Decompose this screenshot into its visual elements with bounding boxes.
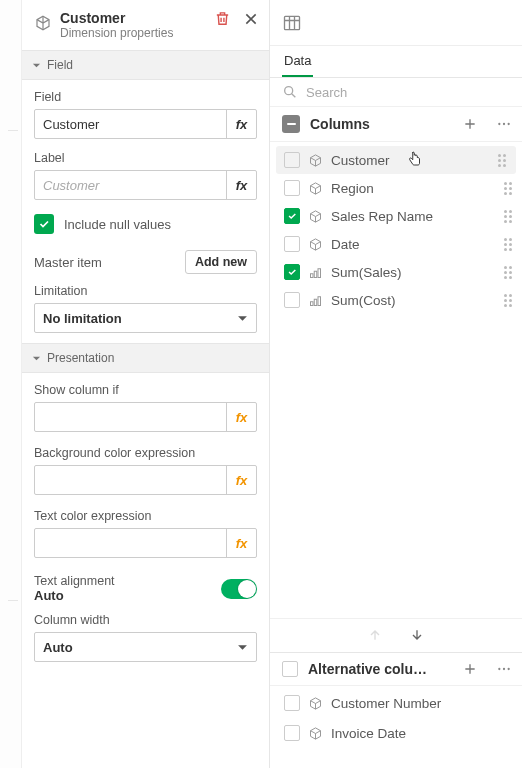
pointer-cursor-icon bbox=[406, 149, 424, 172]
collapse-icon[interactable] bbox=[282, 115, 300, 133]
columns-menu-button[interactable] bbox=[496, 116, 512, 132]
column-checkbox[interactable] bbox=[284, 180, 300, 196]
field-fx-button[interactable]: fx bbox=[226, 110, 256, 138]
col-width-select[interactable]: Auto bbox=[34, 632, 257, 662]
master-item-label: Master item bbox=[34, 255, 102, 270]
close-button[interactable] bbox=[243, 11, 259, 27]
alt-column-item[interactable]: Invoice Date bbox=[270, 718, 522, 748]
drag-handle-icon[interactable] bbox=[504, 266, 512, 279]
search-input[interactable] bbox=[306, 85, 510, 100]
show-column-if-fx[interactable]: fx bbox=[226, 403, 256, 431]
drag-handle-icon[interactable] bbox=[504, 210, 512, 223]
column-checkbox[interactable] bbox=[284, 292, 300, 308]
add-column-button[interactable] bbox=[462, 116, 478, 132]
svg-point-12 bbox=[503, 668, 505, 670]
move-down-button[interactable] bbox=[409, 627, 425, 646]
column-label: Sum(Cost) bbox=[331, 293, 496, 308]
column-item[interactable]: Customer bbox=[276, 146, 516, 174]
column-label: Date bbox=[331, 237, 496, 252]
alt-column-item[interactable]: Customer Number bbox=[270, 688, 522, 718]
column-item[interactable]: Sum(Sales) bbox=[270, 258, 522, 286]
column-item[interactable]: Date bbox=[270, 230, 522, 258]
left-gutter bbox=[0, 0, 22, 768]
drag-handle-icon[interactable] bbox=[504, 238, 512, 251]
text-align-value: Auto bbox=[34, 588, 115, 603]
text-align-toggle[interactable] bbox=[221, 579, 257, 599]
column-checkbox[interactable] bbox=[284, 264, 300, 280]
search-icon bbox=[282, 84, 298, 100]
drag-handle-icon[interactable] bbox=[498, 154, 506, 167]
delete-button[interactable] bbox=[214, 10, 231, 27]
text-expr-label: Text color expression bbox=[34, 509, 257, 523]
label-label: Label bbox=[34, 151, 257, 165]
dimension-icon bbox=[308, 181, 323, 196]
bg-expr-input[interactable] bbox=[35, 466, 226, 494]
bg-expr-fx[interactable]: fx bbox=[226, 466, 256, 494]
label-input[interactable] bbox=[35, 171, 226, 199]
field-label: Field bbox=[34, 90, 257, 104]
include-nulls-checkbox[interactable] bbox=[34, 214, 54, 234]
alt-column-label: Customer Number bbox=[331, 696, 514, 711]
text-expr-input[interactable] bbox=[35, 529, 226, 557]
section-field-label: Field bbox=[47, 58, 73, 72]
label-fx-button[interactable]: fx bbox=[226, 171, 256, 199]
svg-rect-10 bbox=[318, 296, 321, 305]
column-checkbox[interactable] bbox=[284, 152, 300, 168]
dimension-icon bbox=[308, 209, 323, 224]
alt-column-label: Invoice Date bbox=[331, 726, 514, 741]
column-checkbox[interactable] bbox=[284, 236, 300, 252]
svg-rect-8 bbox=[311, 301, 314, 305]
text-expr-fx[interactable]: fx bbox=[226, 529, 256, 557]
dimension-icon bbox=[308, 726, 323, 741]
data-panel: Data Columns CustomerRegionSales Rep Nam… bbox=[270, 0, 522, 768]
alt-columns-title: Alternative colu… bbox=[308, 661, 452, 677]
panel-subtitle: Dimension properties bbox=[60, 26, 206, 40]
measure-icon bbox=[308, 293, 323, 308]
alt-columns-menu-button[interactable] bbox=[496, 661, 512, 677]
add-alt-column-button[interactable] bbox=[462, 661, 478, 677]
column-label: Region bbox=[331, 181, 496, 196]
svg-rect-9 bbox=[314, 299, 317, 305]
bg-expr-label: Background color expression bbox=[34, 446, 257, 460]
add-new-button[interactable]: Add new bbox=[185, 250, 257, 274]
svg-rect-6 bbox=[314, 271, 317, 277]
col-width-value: Auto bbox=[43, 640, 73, 655]
section-presentation-header[interactable]: Presentation bbox=[22, 343, 269, 373]
properties-panel: Customer Dimension properties Field Fiel… bbox=[22, 0, 270, 768]
table-icon bbox=[282, 13, 302, 33]
tab-data[interactable]: Data bbox=[282, 46, 313, 77]
include-nulls-label: Include null values bbox=[64, 217, 171, 232]
svg-point-11 bbox=[498, 668, 500, 670]
field-input-wrap: fx bbox=[34, 109, 257, 139]
panel-title: Customer bbox=[60, 10, 206, 26]
show-column-if-input[interactable] bbox=[35, 403, 226, 431]
column-label: Sales Rep Name bbox=[331, 209, 496, 224]
columns-title: Columns bbox=[310, 116, 452, 132]
svg-rect-5 bbox=[311, 273, 314, 277]
column-label: Sum(Sales) bbox=[331, 265, 496, 280]
drag-handle-icon[interactable] bbox=[504, 294, 512, 307]
dimension-icon bbox=[34, 14, 52, 35]
col-width-label: Column width bbox=[34, 613, 257, 627]
limitation-select[interactable]: No limitation bbox=[34, 303, 257, 333]
move-up-button[interactable] bbox=[367, 627, 383, 646]
column-item[interactable]: Sales Rep Name bbox=[270, 202, 522, 230]
column-item[interactable]: Sum(Cost) bbox=[270, 286, 522, 314]
label-input-wrap: fx bbox=[34, 170, 257, 200]
dimension-icon bbox=[308, 237, 323, 252]
field-input[interactable] bbox=[35, 110, 226, 138]
section-presentation-label: Presentation bbox=[47, 351, 114, 365]
alt-column-checkbox[interactable] bbox=[284, 725, 300, 741]
show-column-if-label: Show column if bbox=[34, 383, 257, 397]
dimension-icon bbox=[308, 153, 323, 168]
section-field-header[interactable]: Field bbox=[22, 50, 269, 80]
column-item[interactable]: Region bbox=[270, 174, 522, 202]
alt-checkbox-all[interactable] bbox=[282, 661, 298, 677]
column-checkbox[interactable] bbox=[284, 208, 300, 224]
drag-handle-icon[interactable] bbox=[504, 182, 512, 195]
svg-point-3 bbox=[503, 123, 505, 125]
alt-column-checkbox[interactable] bbox=[284, 695, 300, 711]
dimension-icon bbox=[308, 696, 323, 711]
svg-point-13 bbox=[508, 668, 510, 670]
limitation-value: No limitation bbox=[43, 311, 122, 326]
